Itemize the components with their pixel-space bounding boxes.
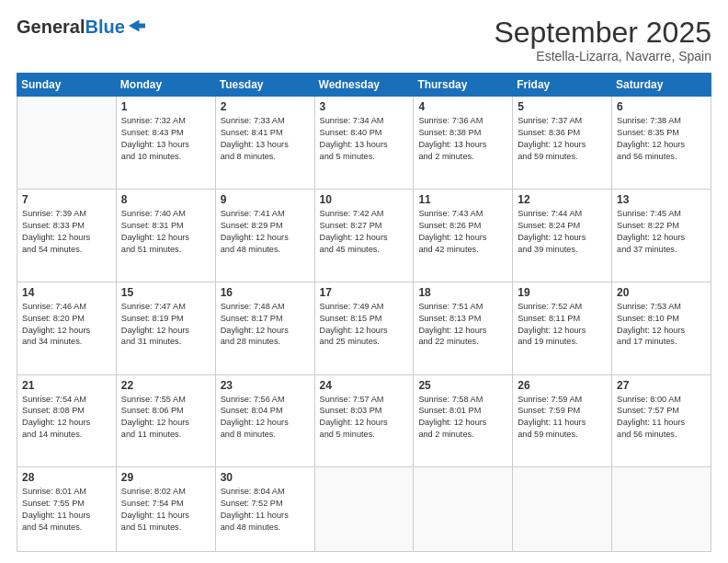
calendar-table: SundayMondayTuesdayWednesdayThursdayFrid… xyxy=(17,73,711,552)
day-number: 3 xyxy=(320,100,409,113)
day-number: 30 xyxy=(221,471,310,484)
day-info: Sunrise: 7:49 AM Sunset: 8:15 PM Dayligh… xyxy=(320,301,409,349)
day-info: Sunrise: 7:41 AM Sunset: 8:29 PM Dayligh… xyxy=(221,208,310,256)
day-number: 26 xyxy=(518,379,607,392)
logo-blue: Blue xyxy=(85,17,124,37)
logo-icon xyxy=(129,19,145,32)
calendar-cell: 25Sunrise: 7:58 AM Sunset: 8:01 PM Dayli… xyxy=(414,374,513,467)
day-info: Sunrise: 7:52 AM Sunset: 8:11 PM Dayligh… xyxy=(518,301,607,349)
day-info: Sunrise: 7:34 AM Sunset: 8:40 PM Dayligh… xyxy=(320,115,409,163)
day-number: 13 xyxy=(617,193,706,206)
day-number: 5 xyxy=(518,100,607,113)
day-info: Sunrise: 7:39 AM Sunset: 8:33 PM Dayligh… xyxy=(22,208,111,256)
svg-marker-0 xyxy=(129,19,145,31)
calendar-cell: 9Sunrise: 7:41 AM Sunset: 8:29 PM Daylig… xyxy=(215,189,314,282)
calendar-cell xyxy=(513,467,612,552)
calendar-cell: 16Sunrise: 7:48 AM Sunset: 8:17 PM Dayli… xyxy=(215,282,314,374)
day-number: 23 xyxy=(221,379,310,392)
calendar-cell: 21Sunrise: 7:54 AM Sunset: 8:08 PM Dayli… xyxy=(17,374,117,467)
day-info: Sunrise: 7:42 AM Sunset: 8:27 PM Dayligh… xyxy=(320,208,409,256)
calendar-cell: 5Sunrise: 7:37 AM Sunset: 8:36 PM Daylig… xyxy=(513,97,612,190)
day-number: 29 xyxy=(121,471,210,484)
day-of-week-header: Sunday xyxy=(17,74,117,97)
day-info: Sunrise: 7:32 AM Sunset: 8:43 PM Dayligh… xyxy=(121,115,210,163)
day-of-week-header: Thursday xyxy=(414,74,513,97)
day-info: Sunrise: 7:48 AM Sunset: 8:17 PM Dayligh… xyxy=(221,301,310,349)
day-info: Sunrise: 7:54 AM Sunset: 8:08 PM Dayligh… xyxy=(22,394,111,442)
calendar-cell: 26Sunrise: 7:59 AM Sunset: 7:59 PM Dayli… xyxy=(513,374,612,467)
calendar-week-row: 14Sunrise: 7:46 AM Sunset: 8:20 PM Dayli… xyxy=(17,282,711,374)
day-number: 14 xyxy=(22,286,111,299)
calendar-cell: 30Sunrise: 8:04 AM Sunset: 7:52 PM Dayli… xyxy=(215,467,314,552)
day-number: 15 xyxy=(121,286,210,299)
day-number: 9 xyxy=(221,193,310,206)
day-info: Sunrise: 8:02 AM Sunset: 7:54 PM Dayligh… xyxy=(121,486,210,534)
day-info: Sunrise: 7:55 AM Sunset: 8:06 PM Dayligh… xyxy=(121,394,210,442)
day-info: Sunrise: 7:47 AM Sunset: 8:19 PM Dayligh… xyxy=(121,301,210,349)
calendar-cell xyxy=(17,97,117,190)
day-number: 10 xyxy=(320,193,409,206)
day-number: 2 xyxy=(221,100,310,113)
day-of-week-header: Wednesday xyxy=(314,74,414,97)
calendar-cell xyxy=(612,467,711,552)
calendar-cell: 8Sunrise: 7:40 AM Sunset: 8:31 PM Daylig… xyxy=(116,189,215,282)
day-number: 19 xyxy=(518,286,607,299)
calendar-cell: 1Sunrise: 7:32 AM Sunset: 8:43 PM Daylig… xyxy=(116,97,215,190)
day-number: 18 xyxy=(418,286,507,299)
day-of-week-header: Saturday xyxy=(612,74,711,97)
month-title: September 2025 xyxy=(494,17,711,49)
day-number: 27 xyxy=(617,379,706,392)
day-info: Sunrise: 7:40 AM Sunset: 8:31 PM Dayligh… xyxy=(121,208,210,256)
day-info: Sunrise: 7:38 AM Sunset: 8:35 PM Dayligh… xyxy=(617,115,706,163)
calendar-week-row: 1Sunrise: 7:32 AM Sunset: 8:43 PM Daylig… xyxy=(17,97,711,190)
calendar-cell: 20Sunrise: 7:53 AM Sunset: 8:10 PM Dayli… xyxy=(612,282,711,374)
calendar-cell: 19Sunrise: 7:52 AM Sunset: 8:11 PM Dayli… xyxy=(513,282,612,374)
day-number: 12 xyxy=(518,193,607,206)
day-info: Sunrise: 7:57 AM Sunset: 8:03 PM Dayligh… xyxy=(320,394,409,442)
calendar-cell: 18Sunrise: 7:51 AM Sunset: 8:13 PM Dayli… xyxy=(414,282,513,374)
calendar-week-row: 21Sunrise: 7:54 AM Sunset: 8:08 PM Dayli… xyxy=(17,374,711,467)
calendar-cell: 15Sunrise: 7:47 AM Sunset: 8:19 PM Dayli… xyxy=(116,282,215,374)
day-of-week-header: Friday xyxy=(513,74,612,97)
calendar-cell xyxy=(414,467,513,552)
day-number: 8 xyxy=(121,193,210,206)
calendar-week-row: 7Sunrise: 7:39 AM Sunset: 8:33 PM Daylig… xyxy=(17,189,711,282)
day-info: Sunrise: 7:53 AM Sunset: 8:10 PM Dayligh… xyxy=(617,301,706,349)
calendar-cell: 29Sunrise: 8:02 AM Sunset: 7:54 PM Dayli… xyxy=(116,467,215,552)
calendar-cell: 13Sunrise: 7:45 AM Sunset: 8:22 PM Dayli… xyxy=(612,189,711,282)
calendar-cell: 11Sunrise: 7:43 AM Sunset: 8:26 PM Dayli… xyxy=(414,189,513,282)
day-of-week-header: Monday xyxy=(116,74,215,97)
calendar-cell: 27Sunrise: 8:00 AM Sunset: 7:57 PM Dayli… xyxy=(612,374,711,467)
calendar-cell: 17Sunrise: 7:49 AM Sunset: 8:15 PM Dayli… xyxy=(314,282,414,374)
calendar-cell: 6Sunrise: 7:38 AM Sunset: 8:35 PM Daylig… xyxy=(612,97,711,190)
day-info: Sunrise: 8:04 AM Sunset: 7:52 PM Dayligh… xyxy=(221,486,310,534)
calendar-week-row: 28Sunrise: 8:01 AM Sunset: 7:55 PM Dayli… xyxy=(17,467,711,552)
day-number: 21 xyxy=(22,379,111,392)
calendar-cell: 14Sunrise: 7:46 AM Sunset: 8:20 PM Dayli… xyxy=(17,282,117,374)
calendar-cell: 12Sunrise: 7:44 AM Sunset: 8:24 PM Dayli… xyxy=(513,189,612,282)
page: GeneralBlue September 2025 Estella-Lizar… xyxy=(0,0,728,563)
day-number: 11 xyxy=(418,193,507,206)
day-info: Sunrise: 7:43 AM Sunset: 8:26 PM Dayligh… xyxy=(418,208,507,256)
header: GeneralBlue September 2025 Estella-Lizar… xyxy=(17,17,711,63)
day-info: Sunrise: 7:56 AM Sunset: 8:04 PM Dayligh… xyxy=(221,394,310,442)
day-number: 4 xyxy=(418,100,507,113)
day-number: 25 xyxy=(418,379,507,392)
calendar-cell: 4Sunrise: 7:36 AM Sunset: 8:38 PM Daylig… xyxy=(414,97,513,190)
logo-text: GeneralBlue xyxy=(17,17,125,37)
calendar-cell: 7Sunrise: 7:39 AM Sunset: 8:33 PM Daylig… xyxy=(17,189,117,282)
location: Estella-Lizarra, Navarre, Spain xyxy=(494,49,711,63)
title-section: September 2025 Estella-Lizarra, Navarre,… xyxy=(494,17,711,63)
day-number: 17 xyxy=(320,286,409,299)
day-info: Sunrise: 7:51 AM Sunset: 8:13 PM Dayligh… xyxy=(418,301,507,349)
day-info: Sunrise: 7:46 AM Sunset: 8:20 PM Dayligh… xyxy=(22,301,111,349)
day-info: Sunrise: 8:00 AM Sunset: 7:57 PM Dayligh… xyxy=(617,394,706,442)
logo-general: General xyxy=(17,17,85,37)
day-number: 22 xyxy=(121,379,210,392)
calendar-cell: 24Sunrise: 7:57 AM Sunset: 8:03 PM Dayli… xyxy=(314,374,414,467)
day-number: 7 xyxy=(22,193,111,206)
calendar-cell: 28Sunrise: 8:01 AM Sunset: 7:55 PM Dayli… xyxy=(17,467,117,552)
day-number: 28 xyxy=(22,471,111,484)
day-info: Sunrise: 7:36 AM Sunset: 8:38 PM Dayligh… xyxy=(418,115,507,163)
day-info: Sunrise: 7:59 AM Sunset: 7:59 PM Dayligh… xyxy=(518,394,607,442)
